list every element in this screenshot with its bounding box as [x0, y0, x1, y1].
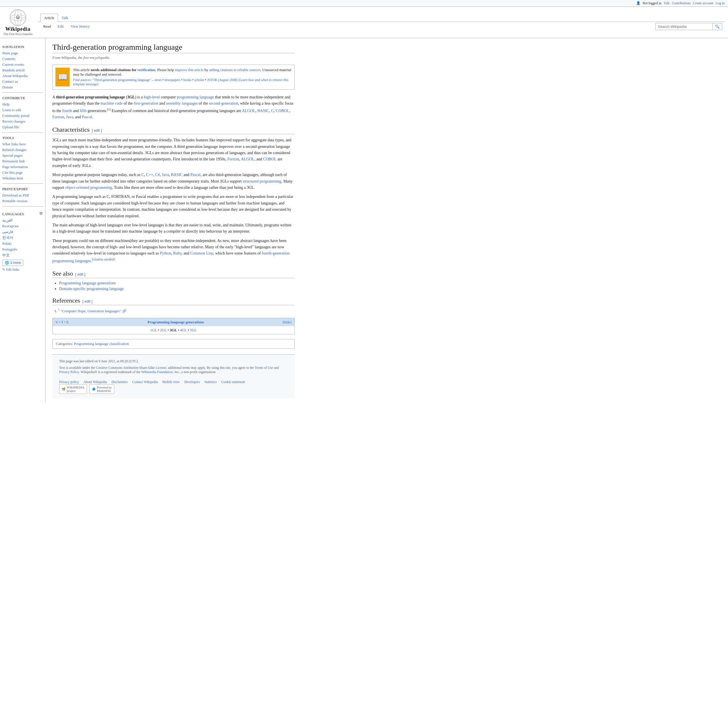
notice-verification-link[interactable]: verification	[138, 68, 156, 72]
footer-link-mobile[interactable]: Mobile view	[162, 380, 180, 384]
char-link-csharp[interactable]: C#	[155, 173, 160, 177]
intro-link-basic[interactable]: BASIC	[257, 109, 269, 113]
sidebar-item-recent-changes[interactable]: Recent changes	[2, 119, 43, 124]
footer-link-cookie[interactable]: Cookie statement	[221, 380, 245, 384]
talk-link[interactable]: Talk	[664, 1, 670, 5]
see-also-link-2[interactable]: Domain-specific programming language	[59, 287, 124, 291]
char-link-pascal[interactable]: Pascal	[190, 173, 200, 177]
intro-link-assembly[interactable]: assembly languages	[166, 101, 198, 106]
char-link-python[interactable]: Python	[160, 251, 171, 255]
notice-improve-link[interactable]: improve this article	[175, 68, 203, 72]
edit-links-button[interactable]: ✎ Edit links	[2, 268, 43, 272]
tab-talk[interactable]: Talk	[58, 14, 72, 22]
sidebar-item-special-pages[interactable]: Special pages	[2, 153, 43, 158]
sidebar-item-permanent-link[interactable]: Permanent link	[2, 158, 43, 164]
sidebar-item-main-page[interactable]: Main page	[2, 50, 43, 56]
char-link-structured[interactable]: structured programming	[243, 179, 281, 184]
create-account-link[interactable]: Create account	[693, 1, 714, 5]
footer-terms-link[interactable]: Terms of Use	[255, 366, 273, 370]
sidebar-item-learn-to-edit[interactable]: Learn to edit	[2, 107, 43, 113]
sidebar-item-current-events[interactable]: Current events	[2, 62, 43, 67]
footer-link-developers[interactable]: Developers	[184, 380, 200, 384]
notice-news-link[interactable]: news	[155, 78, 162, 82]
char-link-common-lisp[interactable]: Common Lisp	[190, 251, 213, 255]
sidebar-item-chinese[interactable]: 中文	[2, 252, 43, 258]
intro-link-machine-code[interactable]: machine code	[101, 101, 122, 106]
language-settings-button[interactable]: ⚙	[39, 211, 43, 216]
contributions-link[interactable]: Contributions	[672, 1, 691, 5]
char-link-ruby[interactable]: Ruby	[173, 251, 181, 255]
intro-link-fortran[interactable]: Fortran	[52, 115, 64, 119]
char-link-c[interactable]: C	[141, 173, 144, 177]
sidebar-item-wikidata-item[interactable]: Wikidata item	[2, 176, 43, 181]
sidebar-item-about-wikipedia[interactable]: About Wikipedia	[2, 73, 43, 79]
footer-link-privacy[interactable]: Privacy policy	[59, 380, 79, 384]
char-link-oop[interactable]: object-oriented programming	[66, 185, 112, 190]
sidebar-item-persian[interactable]: فارسی	[2, 229, 43, 235]
action-read[interactable]: Read	[40, 23, 54, 30]
sidebar-item-bulgarian[interactable]: Български	[2, 223, 43, 229]
logo[interactable]: Ω Wikipedia The Free Encyclopedia	[3, 9, 32, 35]
notice-jstor-link[interactable]: JSTOR	[207, 78, 217, 82]
nav-box-t-link[interactable]: T	[61, 320, 63, 324]
sidebar-item-portuguese[interactable]: Português	[2, 246, 43, 252]
char-link-algol[interactable]: ALGOL	[241, 157, 254, 161]
nav-box-2gl-link[interactable]: 2GL	[160, 328, 167, 332]
char-link-4gl[interactable]: fourth-generation programming languages	[52, 251, 289, 263]
nav-box-title-link[interactable]: Programming language generations	[148, 320, 204, 324]
sidebar-item-related-changes[interactable]: Related changes	[2, 147, 43, 153]
footer-link-statistics[interactable]: Statistics	[205, 380, 217, 384]
intro-link-pascal[interactable]: Pascal	[82, 115, 92, 119]
nav-box-4gl-link[interactable]: 4GL	[180, 328, 187, 332]
intro-link-algol[interactable]: ALGOL	[242, 109, 255, 113]
nav-box-hide-button[interactable]: [hide]	[283, 320, 292, 324]
intro-link-c[interactable]: C	[271, 109, 274, 113]
notice-newspapers-link[interactable]: newspapers	[165, 78, 180, 82]
sidebar-item-random-article[interactable]: Random article	[2, 67, 43, 73]
char-link-cobol[interactable]: COBOL	[263, 157, 277, 161]
notice-adding-link[interactable]: adding citations to reliable sources	[209, 68, 261, 72]
sidebar-item-contents[interactable]: Contents	[2, 56, 43, 62]
search-input[interactable]	[656, 23, 712, 30]
nav-box-5gl-link[interactable]: 5GL	[190, 328, 197, 332]
sidebar-item-polish[interactable]: Polski	[2, 241, 43, 246]
sidebar-item-printable-version[interactable]: Printable version	[2, 198, 43, 204]
intro-link-second-generation[interactable]: second-generation	[209, 101, 238, 106]
intro-link-java[interactable]: Java	[66, 115, 73, 119]
footer-privacy-link[interactable]: Privacy Policy	[59, 370, 79, 374]
notice-query-link[interactable]: "Third-generation programming language"	[93, 78, 151, 82]
see-also-edit-link[interactable]: [ edit ]	[75, 272, 85, 277]
sidebar-item-what-links-here[interactable]: What links here	[2, 141, 43, 147]
sidebar-item-donate[interactable]: Donate	[2, 84, 43, 90]
references-edit-link[interactable]: [ edit ]	[83, 299, 92, 303]
char-link-java[interactable]: Java	[162, 173, 169, 177]
sidebar-item-korean[interactable]: 한국어	[2, 235, 43, 241]
sidebar-item-page-information[interactable]: Page information	[2, 164, 43, 170]
sidebar-item-community-portal[interactable]: Community portal	[2, 113, 43, 119]
tab-article[interactable]: Article	[40, 14, 58, 22]
sidebar-item-download-pdf[interactable]: Download as PDF	[2, 193, 43, 198]
intro-link-fourth[interactable]: fourth	[62, 109, 72, 113]
action-view-history[interactable]: View history	[68, 23, 92, 30]
sidebar-item-cite-this-page[interactable]: Cite this page	[2, 170, 43, 176]
intro-link-first-generation[interactable]: first-generation	[134, 101, 158, 106]
footer-link-contact[interactable]: Contact Wikipedia	[132, 380, 158, 384]
nav-box-1gl-link[interactable]: 1GL	[150, 328, 157, 332]
category-link-1[interactable]: Programming language classification	[73, 341, 129, 346]
footer-foundation-link[interactable]: Wikimedia Foundation, Inc.	[141, 370, 180, 374]
intro-link-high-level[interactable]: high-level	[144, 95, 160, 99]
nav-box-v-link[interactable]: V	[55, 320, 58, 324]
intro-link-programming-language[interactable]: programming language	[177, 95, 214, 99]
more-languages-button[interactable]: 🌐 3 more	[2, 260, 23, 266]
sidebar-item-arabic[interactable]: العربية	[2, 217, 43, 223]
sidebar-item-contact-us[interactable]: Contact us	[2, 79, 43, 84]
log-in-link[interactable]: Log in	[716, 1, 725, 5]
sidebar-item-help[interactable]: Help	[2, 101, 43, 107]
footer-link-about[interactable]: About Wikipedia	[84, 380, 107, 384]
citation-needed-link[interactable]: citation needed	[93, 257, 114, 262]
char-link-cpp[interactable]: C++	[146, 173, 153, 177]
nav-box-e-link[interactable]: E	[67, 320, 69, 324]
intro-link-fifth[interactable]: fifth	[80, 109, 86, 113]
notice-scholar-link[interactable]: scholar	[194, 78, 205, 82]
notice-books-link[interactable]: books	[184, 78, 192, 82]
